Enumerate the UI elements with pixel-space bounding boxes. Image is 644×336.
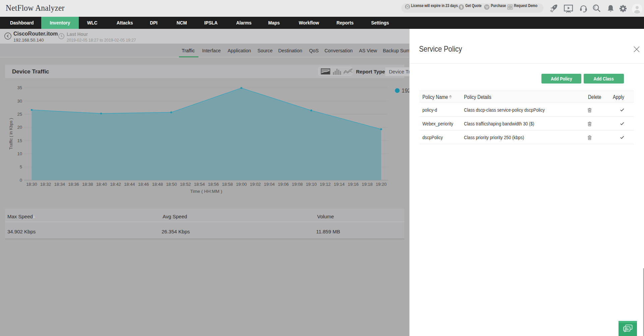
svg-text:19:12: 19:12: [320, 182, 331, 187]
svg-text:19:14: 19:14: [334, 182, 345, 187]
svg-text:18:58: 18:58: [222, 182, 233, 187]
svg-text:5: 5: [20, 164, 22, 169]
svg-text:18:56: 18:56: [208, 182, 219, 187]
svg-text:19:02: 19:02: [250, 182, 261, 187]
svg-text:18:40: 18:40: [96, 182, 107, 187]
svg-text:18:38: 18:38: [82, 182, 93, 187]
svg-text:15: 15: [17, 138, 22, 143]
svg-text:19:16: 19:16: [348, 182, 359, 187]
svg-text:0: 0: [20, 178, 22, 183]
svg-text:18:54: 18:54: [194, 182, 205, 187]
svg-text:19:08: 19:08: [292, 182, 303, 187]
svg-text:Traffic ( in Kbps ): Traffic ( in Kbps ): [9, 118, 13, 150]
svg-text:19:20: 19:20: [376, 182, 387, 187]
svg-text:25: 25: [17, 112, 22, 117]
svg-text:18:36: 18:36: [68, 182, 79, 187]
svg-text:19:00: 19:00: [236, 182, 247, 187]
svg-text:35: 35: [17, 85, 22, 90]
svg-text:30: 30: [17, 99, 22, 104]
svg-text:10: 10: [17, 151, 22, 156]
svg-text:$: $: [460, 5, 462, 9]
svg-text:18:30: 18:30: [26, 182, 37, 187]
svg-text:19:06: 19:06: [278, 182, 289, 187]
svg-text:19:04: 19:04: [264, 182, 275, 187]
svg-text:18:32: 18:32: [40, 182, 51, 187]
svg-text:19:18: 19:18: [362, 182, 373, 187]
svg-text:18:52: 18:52: [180, 182, 191, 187]
svg-text:18:50: 18:50: [166, 182, 177, 187]
svg-text:18:48: 18:48: [152, 182, 163, 187]
svg-text:19:10: 19:10: [306, 182, 317, 187]
svg-text:20: 20: [17, 125, 22, 130]
svg-text:192.168.50.140: 192.168.50.140: [402, 88, 409, 94]
svg-text:18:34: 18:34: [54, 182, 65, 187]
svg-text:18:44: 18:44: [124, 182, 135, 187]
svg-text:18:42: 18:42: [110, 182, 121, 187]
svg-text:18:46: 18:46: [138, 182, 149, 187]
svg-text:Time ( HH:MM ): Time ( HH:MM ): [190, 189, 222, 194]
